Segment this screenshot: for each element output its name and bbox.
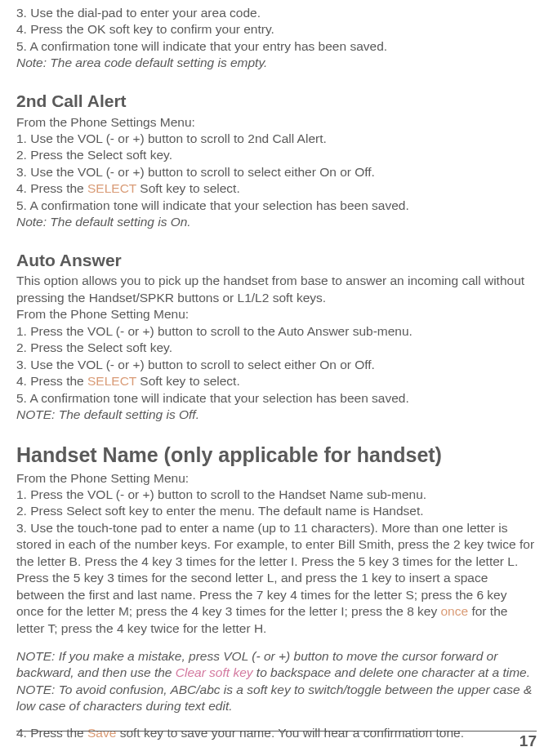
handset-section: From the Phone Setting Menu: 1. Press th… xyxy=(16,470,537,742)
intro-section: 3. Use the dial-pad to enter your area c… xyxy=(16,5,537,72)
intro-step-3: 3. Use the dial-pad to enter your area c… xyxy=(16,5,537,21)
handset-step-3: 3. Use the touch-tone pad to enter a nam… xyxy=(16,520,537,637)
auto-answer-step-5: 5. A confirmation tone will indicate tha… xyxy=(16,390,537,407)
auto-answer-desc: This option allows you to pick up the ha… xyxy=(16,273,537,306)
second-call-section: From the Phone Settings Menu: 1. Use the… xyxy=(16,114,537,231)
second-call-heading: 2nd Call Alert xyxy=(16,90,537,113)
second-call-note: Note: The default setting is On. xyxy=(16,214,537,230)
auto-answer-heading: Auto Answer xyxy=(16,249,537,272)
second-call-step-5: 5. A confirmation tone will indicate tha… xyxy=(16,198,537,214)
second-call-step-1: 1. Use the VOL (- or +) button to scroll… xyxy=(16,131,537,147)
handset-heading: Handset Name (only applicable for handse… xyxy=(16,442,537,469)
handset-step-1: 1. Press the VOL (- or +) button to scro… xyxy=(16,487,537,503)
auto-answer-step-3: 3. Use the VOL (- or +) button to scroll… xyxy=(16,357,537,373)
select-text: SELECT xyxy=(87,374,136,388)
once-text: once xyxy=(441,604,469,618)
handset-intro: From the Phone Setting Menu: xyxy=(16,470,537,487)
handset-note-1: NOTE: If you make a mistake, press VOL (… xyxy=(16,648,537,682)
handset-note-2: NOTE: To avoid confusion, ABC/abc is a s… xyxy=(16,682,537,715)
intro-step-5: 5. A confirmation tone will indicate tha… xyxy=(16,38,537,55)
auto-answer-intro: From the Phone Setting Menu: xyxy=(16,306,537,322)
save-text: Save xyxy=(87,726,116,740)
second-call-intro: From the Phone Settings Menu: xyxy=(16,114,537,131)
auto-answer-section: This option allows you to pick up the ha… xyxy=(16,273,537,423)
second-call-step-3: 3. Use the VOL (- or +) button to scroll… xyxy=(16,164,537,180)
second-call-step-2: 2. Press the Select soft key. xyxy=(16,147,537,163)
handset-step-2: 2. Press Select soft key to enter the me… xyxy=(16,503,537,519)
intro-step-4: 4. Press the OK soft key to confirm your… xyxy=(16,21,537,38)
page-number: 17 xyxy=(520,731,537,751)
handset-step-4: 4. Press the Save soft key to save your … xyxy=(16,725,537,741)
intro-note: Note: The area code default setting is e… xyxy=(16,55,537,71)
auto-answer-step-2: 2. Press the Select soft key. xyxy=(16,340,537,356)
auto-answer-note: NOTE: The default setting is Off. xyxy=(16,407,537,423)
second-call-step-4: 4. Press the SELECT Soft key to select. xyxy=(16,180,537,197)
auto-answer-step-4: 4. Press the SELECT Soft key to select. xyxy=(16,373,537,389)
select-text: SELECT xyxy=(87,181,136,195)
clear-soft-key-text: Clear soft key xyxy=(176,665,253,679)
footer-divider xyxy=(16,731,537,732)
auto-answer-step-1: 1. Press the VOL (- or +) button to scro… xyxy=(16,323,537,340)
